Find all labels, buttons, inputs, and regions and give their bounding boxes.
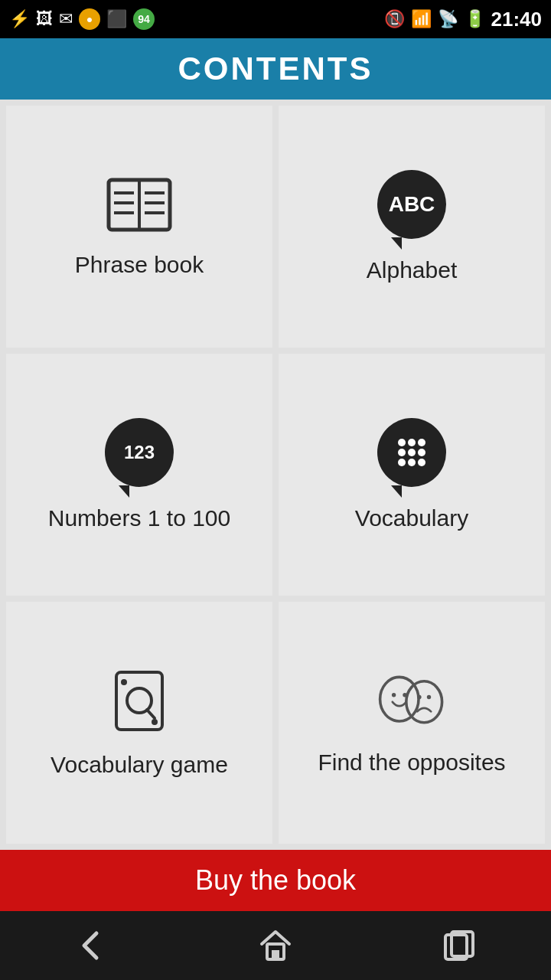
page-title: CONTENTS (178, 51, 373, 87)
svg-rect-29 (272, 950, 279, 959)
grid-item-phrase-book[interactable]: Phrase book (6, 106, 272, 348)
svg-point-8 (398, 439, 406, 446)
phrase-book-icon (105, 176, 174, 234)
home-button[interactable] (245, 923, 306, 969)
find-opposites-label: Find the opposites (318, 750, 505, 776)
svg-point-20 (121, 679, 127, 685)
svg-point-11 (398, 449, 406, 456)
content-grid: Phrase book ABC Alphabet 123 Numbers 1 t… (0, 100, 551, 850)
circle-icon: ● (79, 8, 100, 30)
svg-point-14 (398, 459, 406, 466)
grid-item-numbers[interactable]: 123 Numbers 1 to 100 (6, 354, 272, 596)
svg-point-9 (408, 439, 416, 446)
grid-item-find-opposites[interactable]: Find the opposites (279, 602, 545, 844)
svg-point-16 (418, 459, 425, 466)
app-header: CONTENTS (0, 38, 551, 100)
svg-point-23 (392, 693, 396, 697)
image-icon: 🖼 (36, 9, 53, 29)
svg-point-21 (152, 719, 158, 725)
cast-icon: ⬛ (106, 9, 127, 29)
status-left-icons: ⚡ 🖼 ✉ ● ⬛ 94 (9, 8, 155, 30)
alphabet-label: Alphabet (367, 257, 457, 283)
buy-book-button[interactable]: Buy the book (0, 850, 551, 911)
mail-icon: ✉ (59, 9, 73, 29)
badge-icon: 94 (133, 8, 155, 30)
vocabulary-label: Vocabulary (355, 505, 468, 531)
phrase-book-label: Phrase book (75, 252, 204, 278)
numbers-label: Numbers 1 to 100 (48, 505, 230, 531)
svg-point-25 (406, 681, 442, 723)
back-button[interactable] (61, 923, 122, 969)
vocabulary-icon (377, 418, 446, 487)
battery-icon: 🔋 (465, 9, 485, 29)
svg-point-13 (418, 449, 425, 456)
svg-point-12 (408, 449, 416, 456)
navigation-bar (0, 911, 551, 980)
usb-icon: ⚡ (9, 9, 30, 29)
buy-book-label: Buy the book (195, 864, 356, 897)
signal-icon: 📡 (438, 9, 458, 29)
wifi-icon: 📶 (411, 9, 432, 29)
grid-item-vocabulary-game[interactable]: Vocabulary game (6, 602, 272, 844)
hearing-icon: 📵 (384, 9, 405, 29)
find-opposites-icon (377, 670, 446, 731)
svg-point-10 (418, 439, 425, 446)
svg-point-26 (417, 695, 421, 699)
alphabet-icon: ABC (377, 170, 446, 239)
vocabulary-game-icon (109, 668, 170, 733)
svg-point-22 (380, 677, 419, 721)
vocabulary-game-label: Vocabulary game (51, 752, 228, 778)
svg-line-19 (147, 710, 155, 718)
svg-point-27 (427, 695, 431, 699)
recents-button[interactable] (429, 923, 490, 969)
svg-point-15 (408, 459, 416, 466)
numbers-icon: 123 (105, 418, 174, 487)
status-bar: ⚡ 🖼 ✉ ● ⬛ 94 📵 📶 📡 🔋 21:40 (0, 0, 551, 38)
grid-item-vocabulary[interactable]: Vocabulary (279, 354, 545, 596)
time-display: 21:40 (491, 8, 543, 31)
grid-item-alphabet[interactable]: ABC Alphabet (279, 106, 545, 348)
status-right-icons: 📵 📶 📡 🔋 21:40 (384, 8, 543, 31)
